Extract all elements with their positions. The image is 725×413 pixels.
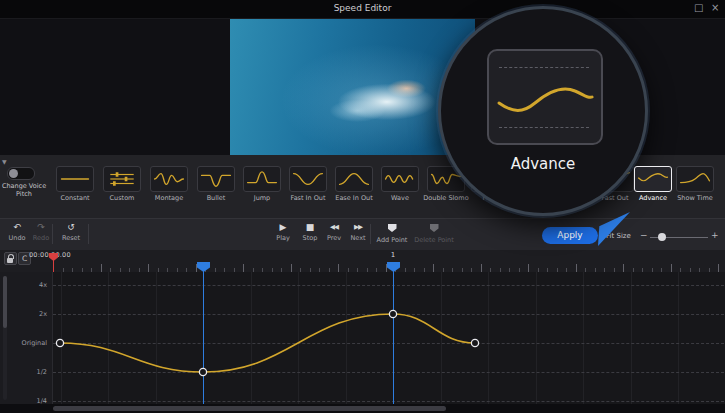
- prev-icon: ◀◀: [321, 222, 347, 233]
- ruler-tick: [671, 264, 672, 272]
- preset-jump[interactable]: Jump: [240, 166, 284, 212]
- preset-bullet[interactable]: Bullet: [194, 166, 238, 212]
- apply-button[interactable]: Apply: [542, 227, 598, 244]
- ruler-tick: [623, 264, 624, 272]
- timeline-ruler[interactable]: [0, 250, 725, 273]
- fast-in-out-curve-icon: [289, 166, 327, 192]
- ruler-tick: [386, 264, 387, 272]
- preset-ease_in_out[interactable]: Ease In Out: [332, 166, 376, 212]
- preset-wave[interactable]: Wave: [378, 166, 422, 212]
- ruler-second-label: 1: [386, 251, 400, 259]
- redo-label: Redo: [28, 234, 54, 242]
- ease-in-out-curve-icon: [335, 166, 373, 192]
- preset-montage[interactable]: Montage: [147, 166, 191, 212]
- wave-curve-icon: [381, 166, 419, 192]
- advance-curve-icon: [634, 166, 672, 192]
- undo-label: Undo: [4, 234, 30, 242]
- voice-pitch-toggle[interactable]: [7, 167, 35, 180]
- keyframe-point[interactable]: [471, 339, 478, 346]
- undo-button[interactable]: ↶ Undo: [4, 222, 30, 242]
- ruler-tick: [576, 264, 577, 272]
- ruler-tick: [338, 264, 339, 272]
- collapse-panel-icon[interactable]: ▼: [2, 158, 7, 165]
- add-point-label: Add Point: [374, 236, 410, 244]
- maximize-button-icon[interactable]: □: [694, 2, 703, 13]
- redo-icon: ↷: [28, 222, 54, 233]
- delete-point-label: Delete Point: [412, 236, 456, 244]
- window-title: Speed Editor: [0, 3, 725, 13]
- keyframe-point[interactable]: [199, 368, 206, 375]
- keyframe-point[interactable]: [389, 310, 396, 317]
- toolbar-separator: [88, 224, 89, 244]
- reset-icon: ↺: [58, 222, 84, 233]
- preset-label: Custom: [95, 194, 149, 202]
- zoom-out-icon[interactable]: −: [640, 230, 648, 240]
- lock-button[interactable]: [4, 252, 17, 265]
- next-icon: ▶▶: [345, 222, 371, 233]
- preset-label: Advance: [626, 194, 680, 202]
- toggle-knob: [9, 169, 18, 178]
- next-button[interactable]: ▶▶ Next: [345, 222, 371, 242]
- stop-icon: ■: [297, 222, 323, 233]
- show-time-curve-icon: [676, 166, 714, 192]
- magnifier-label: Advance: [441, 155, 645, 173]
- zoom-in-icon[interactable]: +: [711, 230, 719, 240]
- ruler-tick: [291, 264, 292, 272]
- horizontal-scrollbar-thumb[interactable]: [53, 406, 446, 411]
- preset-advance[interactable]: Advance: [631, 166, 675, 212]
- reset-button[interactable]: ↺ Reset: [58, 222, 84, 242]
- add-point-icon: [374, 222, 410, 235]
- redo-button[interactable]: ↷ Redo: [28, 222, 54, 242]
- close-button-icon[interactable]: ×: [711, 2, 719, 13]
- stop-button[interactable]: ■ Stop: [297, 222, 323, 242]
- constant-curve-icon: [56, 166, 94, 192]
- preset-constant[interactable]: Constant: [53, 166, 97, 212]
- preset-label: Constant: [48, 194, 102, 202]
- prev-button[interactable]: ◀◀ Prev: [321, 222, 347, 242]
- custom-sliders-icon: [103, 166, 141, 192]
- delete-point-icon: [412, 222, 456, 235]
- preset-label: Montage: [142, 194, 196, 202]
- add-point-button[interactable]: Add Point: [374, 222, 410, 244]
- reset-label: Reset: [58, 234, 84, 242]
- speed-curve[interactable]: [0, 272, 725, 404]
- fit-size-slider-thumb[interactable]: [658, 233, 666, 241]
- preset-show_time[interactable]: Show Time: [673, 166, 717, 212]
- preset-custom[interactable]: Custom: [100, 166, 144, 212]
- preset-fast_in_out[interactable]: Fast In Out: [286, 166, 330, 212]
- keyframe-point[interactable]: [56, 339, 63, 346]
- video-preview: [230, 19, 475, 167]
- ruler-tick: [101, 264, 102, 272]
- speed-editor-window: Speed Editor □ × ▼ Change Voice Pitch Ad…: [0, 0, 725, 413]
- ruler-tick: [718, 264, 719, 272]
- prev-label: Prev: [321, 234, 347, 242]
- next-label: Next: [345, 234, 371, 242]
- jump-curve-icon: [243, 166, 281, 192]
- play-icon: ▶: [270, 222, 296, 233]
- montage-curve-icon: [150, 166, 188, 192]
- advance-curve-icon-large: [487, 49, 603, 145]
- title-bar: Speed Editor □ ×: [0, 0, 725, 19]
- ruler-tick: [243, 264, 244, 272]
- ruler-tick: [481, 264, 482, 272]
- bullet-curve-icon: [197, 166, 235, 192]
- voice-pitch-label: Change Voice Pitch: [0, 182, 48, 198]
- undo-icon: ↶: [4, 222, 30, 233]
- ruler-tick: [433, 264, 434, 272]
- delete-point-button[interactable]: Delete Point: [412, 222, 456, 244]
- play-button[interactable]: ▶ Play: [270, 222, 296, 242]
- ruler-tick: [148, 264, 149, 272]
- ruler-tick: [196, 264, 197, 272]
- play-label: Play: [270, 234, 296, 242]
- magnifier-callout: Advance: [438, 6, 648, 216]
- stop-label: Stop: [297, 234, 323, 242]
- ruler-tick: [528, 264, 529, 272]
